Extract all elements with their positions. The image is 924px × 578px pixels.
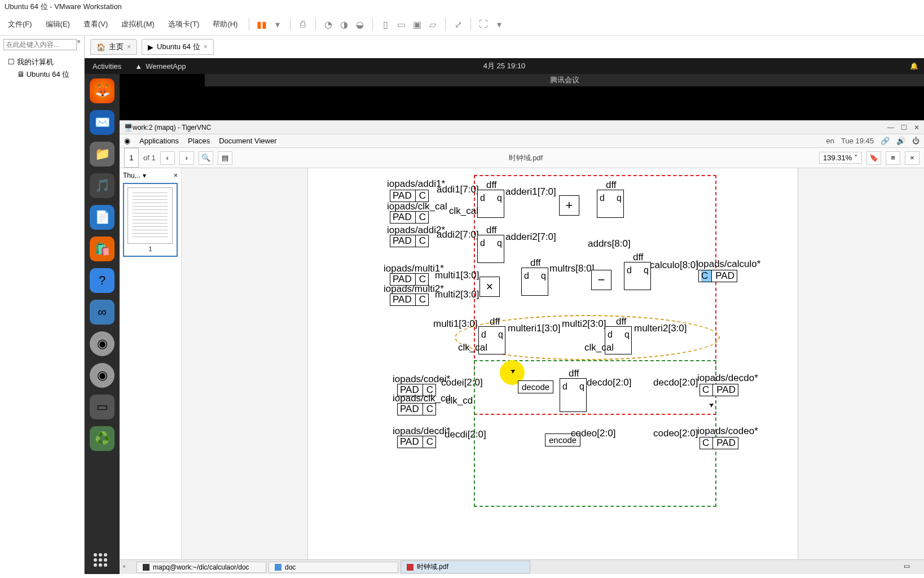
- view-tile-icon[interactable]: ▭: [394, 17, 408, 31]
- vnc-menu-applications[interactable]: Applications: [139, 137, 179, 145]
- pad-decdi: PADC: [397, 436, 436, 448]
- snapshot-rev-icon[interactable]: ◑: [337, 17, 351, 31]
- dropdown2-icon[interactable]: ▾: [492, 17, 506, 31]
- panel-clock[interactable]: 4月 25 19:10: [483, 61, 525, 71]
- vnc-menu-places[interactable]: Places: [188, 137, 210, 145]
- vnc-lang[interactable]: en: [826, 137, 834, 145]
- doc-stage[interactable]: iopads/addi1* PADC addi1[7:0] dff d q ad…: [182, 168, 924, 559]
- find-button[interactable]: 🔍: [199, 151, 213, 165]
- vnc-volume-icon[interactable]: 🔊: [896, 137, 905, 145]
- menu-file[interactable]: 文件(F): [2, 17, 38, 32]
- dq-q-8: q: [579, 382, 584, 392]
- thumbnail-1[interactable]: 1: [123, 183, 178, 257]
- gnome-apps-icon[interactable]: ◉: [124, 137, 130, 145]
- pdf-icon: [407, 564, 413, 571]
- menu-vm[interactable]: 虚拟机(M): [116, 17, 160, 32]
- task-terminal[interactable]: mapq@work:~/dic/calculaor/doc: [137, 562, 266, 573]
- dock-disc1-icon[interactable]: ◉: [90, 331, 115, 356]
- menu-edit[interactable]: 编辑(E): [40, 17, 76, 32]
- zoom-select[interactable]: 139.31% ˅: [819, 152, 862, 164]
- vnc-min-icon[interactable]: —: [887, 124, 894, 132]
- snapshot-mgr-icon[interactable]: ◒: [353, 17, 367, 31]
- label-decdo2: decdo[2:0]: [653, 377, 698, 388]
- page-input[interactable]: [124, 148, 139, 168]
- next-page-button[interactable]: ›: [179, 151, 194, 165]
- bookmark-button[interactable]: 🔖: [866, 151, 881, 165]
- vnc-menubar: ◉ Applications Places Document Viewer en…: [120, 134, 924, 148]
- doc-toolbar: of 1 ‹ › 🔍 ▤ 时钟域.pdf 139.31% ˅ 🔖 ≡ ×: [120, 148, 924, 168]
- tree-vm[interactable]: 🖥 Ubuntu 64 位: [3, 68, 81, 81]
- thumb-dropdown[interactable]: Thu...: [123, 172, 140, 179]
- search-input[interactable]: [3, 39, 77, 50]
- thumb-dropdown-icon[interactable]: ▾: [143, 172, 146, 179]
- task-files[interactable]: doc: [269, 562, 398, 573]
- tab-home[interactable]: 🏠 主页 ×: [90, 39, 137, 55]
- dock-apps-icon[interactable]: [90, 549, 115, 574]
- menu-view[interactable]: 查看(V): [78, 17, 113, 32]
- vnc-network-icon[interactable]: 🔗: [881, 137, 890, 145]
- dock-disc2-icon[interactable]: ◉: [90, 363, 115, 388]
- vnc-taskbar: ▫ mapq@work:~/dic/calculaor/doc doc 时钟域.…: [120, 559, 924, 574]
- guest-display[interactable]: Activities ▲ WemeetApp 4月 25 19:10 🔔 腾讯会…: [85, 58, 924, 574]
- tab-home-close-icon[interactable]: ×: [127, 43, 131, 51]
- dock-software-icon[interactable]: 🛍️: [90, 237, 115, 261]
- activities-button[interactable]: Activities: [85, 62, 129, 71]
- tab-vm[interactable]: ▶ Ubuntu 64 位 ×: [142, 39, 214, 55]
- stretch-icon[interactable]: ⛶: [477, 17, 490, 31]
- view-unity-icon[interactable]: ▣: [410, 17, 424, 31]
- menu-tabs[interactable]: 选项卡(T): [162, 17, 205, 32]
- vnc-close-icon[interactable]: ✕: [914, 124, 919, 132]
- label-dff-1: dff: [486, 179, 497, 191]
- pause-icon[interactable]: ▮▮: [255, 17, 269, 31]
- view-single-icon[interactable]: ▯: [379, 17, 392, 31]
- menu-button[interactable]: ≡: [886, 151, 900, 165]
- tab-vm-close-icon[interactable]: ×: [204, 43, 208, 51]
- meeting-titlebar: 腾讯会议: [205, 74, 924, 86]
- dock-trash-icon[interactable]: ♻️: [90, 426, 115, 451]
- vnc-datetime[interactable]: Tue 19:45: [841, 137, 874, 145]
- label-dff-3: dff: [486, 225, 497, 236]
- doc-close-button[interactable]: ×: [905, 151, 919, 165]
- dock-files-icon[interactable]: 📁: [90, 142, 115, 167]
- vnc-titlebar[interactable]: 🖥️ work:2 (mapq) - TigerVNC — ☐ ✕: [120, 121, 924, 134]
- label-decdo: decdo[2:0]: [587, 377, 631, 388]
- label-dff-7: dff: [616, 316, 627, 327]
- label-clkcal: clk_cal: [449, 205, 478, 217]
- dock-thunderbird-icon[interactable]: ✉️: [90, 110, 115, 135]
- panel-app[interactable]: ▲ WemeetApp: [129, 62, 191, 71]
- thumbnail-panel: Thu... ▾ × 1: [120, 168, 182, 559]
- label-codeo: codeo[2:0]: [571, 428, 615, 439]
- vnc-max-icon[interactable]: ☐: [901, 124, 907, 132]
- vnc-menu-docviewer[interactable]: Document Viewer: [219, 137, 276, 145]
- label-multi2b: multi2[3:0]: [562, 318, 606, 330]
- dock-help-icon[interactable]: ?: [90, 268, 115, 293]
- sidepanel-button[interactable]: ▤: [218, 151, 232, 165]
- show-desktop-button[interactable]: ▫: [123, 562, 134, 572]
- sidebar-close-icon[interactable]: ×: [77, 38, 81, 46]
- dock-rhythmbox-icon[interactable]: 🎵: [90, 173, 115, 198]
- view-console-icon[interactable]: ▱: [426, 17, 439, 31]
- vnc-title-label: work:2 (mapq) - TigerVNC: [133, 124, 211, 132]
- dropdown-icon[interactable]: ▾: [271, 17, 284, 31]
- prev-page-button[interactable]: ‹: [160, 151, 175, 165]
- tree-root[interactable]: ☐ 我的计算机: [3, 56, 81, 68]
- snapshot-icon[interactable]: ◔: [322, 17, 335, 31]
- thumb-close-icon[interactable]: ×: [174, 172, 178, 179]
- mouse-cursor-icon: [510, 367, 516, 375]
- dock-wemeet-icon[interactable]: ∞: [90, 300, 115, 325]
- vnc-power-icon[interactable]: ⏻: [912, 137, 919, 145]
- fullscreen-icon[interactable]: ⤢: [451, 17, 465, 31]
- dock-firefox-icon[interactable]: 🦊: [90, 78, 115, 103]
- dock-terminal-icon[interactable]: ▭: [90, 395, 115, 419]
- dock-writer-icon[interactable]: 📄: [90, 205, 115, 230]
- pad-clkcd: PADC: [397, 403, 436, 415]
- pad-codeo: CPAD: [699, 437, 738, 449]
- send-cad-icon[interactable]: ⎙: [296, 17, 310, 31]
- workspace-button[interactable]: ▭: [904, 562, 921, 572]
- label-clkcd: clk_cd: [446, 395, 473, 406]
- menu-help[interactable]: 帮助(H): [207, 17, 243, 32]
- label-iopads-clkcal: iopads/clk_cal: [387, 201, 447, 212]
- pad-multi2: PADC: [390, 294, 429, 306]
- task-pdf[interactable]: 时钟域.pdf: [401, 561, 530, 573]
- panel-sys-icon[interactable]: 🔔: [910, 62, 918, 70]
